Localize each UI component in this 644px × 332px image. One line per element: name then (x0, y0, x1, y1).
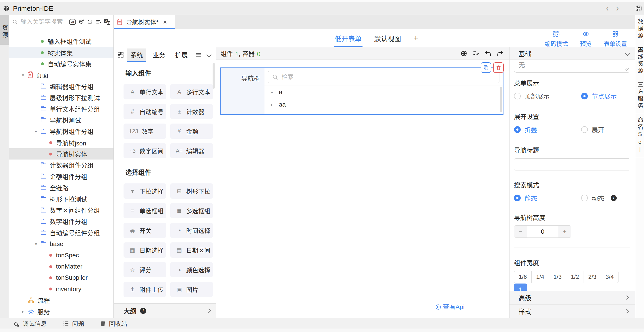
tree-item-tonSupplier[interactable]: tonSupplier (9, 272, 114, 283)
save-icon[interactable] (635, 5, 642, 12)
palette-item-switch[interactable]: ◉开关 (124, 223, 166, 238)
tree-item-base[interactable]: ▾base (9, 238, 114, 250)
tree-item-tonMatter[interactable]: tonMatter (9, 261, 114, 272)
tree-item-inventory[interactable]: inventory (9, 284, 114, 295)
collapse-arrow-icon[interactable]: ▾ (35, 129, 41, 134)
delete-component-button[interactable] (493, 62, 504, 73)
radio-icon[interactable] (514, 93, 521, 99)
collapse-arrow-icon[interactable]: ▾ (35, 242, 41, 247)
radio-icon[interactable] (581, 195, 588, 201)
tree-item-页面[interactable]: ▾页面 (9, 69, 114, 81)
palette-item-auto-number[interactable]: #自动编号 (124, 104, 166, 119)
radio-option-静态[interactable]: 静态 (514, 193, 581, 202)
list-layout-icon[interactable] (196, 53, 201, 56)
recycle-button[interactable]: 回收站 (100, 319, 127, 328)
component-tree-node-a[interactable]: ▸a (264, 86, 503, 98)
right-strip-tab-三方服务[interactable]: 三方服务 (635, 78, 644, 113)
component-search-input[interactable] (281, 73, 495, 81)
palette-item-color-picker[interactable]: ◑颜色选择 (170, 262, 213, 277)
collapse-arrow-icon[interactable]: ▾ (22, 73, 28, 78)
chevron-down-icon[interactable] (206, 52, 212, 57)
expand-arrow-icon[interactable]: ▸ (271, 102, 279, 107)
stepper-value[interactable]: 0 (527, 226, 558, 237)
tree-item-服务[interactable]: ▸服务 (9, 306, 114, 317)
widgets-icon[interactable] (117, 51, 124, 58)
scrolled-textarea[interactable]: 无 (514, 60, 630, 73)
expand-arrow-icon[interactable]: ▸ (22, 309, 28, 314)
radio-option-展开[interactable]: 展开 (581, 125, 604, 134)
component-tree-node-aa[interactable]: ▸aa (264, 98, 503, 111)
problems-button[interactable]: 问题 (62, 319, 84, 328)
palette-item-time-picker[interactable]: ◔时间选择 (170, 223, 213, 238)
radio-selected-icon[interactable] (514, 195, 521, 201)
tree-item-数字组件分组[interactable]: 数字组件分组 (9, 216, 114, 227)
tree-item-流程[interactable]: 流程 (9, 295, 114, 306)
expand-arrow-icon[interactable]: ▸ (271, 90, 279, 95)
palette-item-date-range[interactable]: ▤日期区间 (170, 242, 213, 258)
tree-item-导航树json[interactable]: 导航树json (9, 137, 114, 148)
view-api-link[interactable]: ◎ 查看Api (435, 302, 464, 311)
palette-item-image[interactable]: ▣图片 (170, 282, 213, 297)
tree-item-树形下拉测试[interactable]: 树形下拉测试 (9, 193, 114, 204)
code-mode-button[interactable]: 编码模式 (545, 30, 568, 48)
palette-item-dropdown-select[interactable]: ▼下拉选择 (124, 183, 166, 199)
width-option-1-2[interactable]: 1/2 (566, 271, 584, 283)
history-back-button[interactable]: ‹ (604, 2, 610, 15)
palette-tab-扩展[interactable]: 扩展 (172, 48, 191, 61)
tree-item-数字区间组件分组[interactable]: 数字区间组件分组 (9, 205, 114, 216)
redo-icon[interactable] (497, 50, 504, 57)
tree-item-导航树组件分组[interactable]: ▾导航树组件分组 (9, 126, 114, 137)
radio-selected-icon[interactable] (581, 93, 588, 99)
radio-icon[interactable] (581, 126, 588, 133)
width-option-1-6[interactable]: 1/6 (514, 271, 532, 283)
new-model-icon[interactable] (78, 19, 84, 25)
refresh-icon[interactable] (87, 19, 93, 25)
resources-strip-tab[interactable]: 资源 (0, 15, 9, 45)
tree-item-自动编号实体集[interactable]: 自动编号实体集 (9, 58, 114, 69)
inspector-section-basic[interactable]: 基础 (510, 47, 635, 60)
inspector-section-style[interactable]: 样式 (510, 304, 635, 318)
tree-item-导航树测试[interactable]: 导航树测试 (9, 115, 114, 126)
radio-selected-icon[interactable] (514, 126, 521, 133)
nav-title-input[interactable] (514, 159, 630, 170)
palette-tab-业务[interactable]: 业务 (150, 48, 169, 61)
tree-item-编辑器组件分组[interactable]: 编辑器组件分组 (9, 81, 114, 92)
debug-button[interactable]: 调试信息 (13, 319, 47, 328)
stepper-plus-button[interactable]: + (558, 226, 571, 237)
palette-tab-系统[interactable]: 系统 (127, 48, 146, 61)
tree-item-输入框组件测试[interactable]: 输入框组件测试 (9, 36, 114, 47)
palette-item-date-picker[interactable]: ▦日期选择 (124, 242, 166, 258)
palette-item-number-range[interactable]: ~3数字区间 (124, 143, 166, 159)
stepper-minus-button[interactable]: − (514, 226, 527, 237)
palette-item-amount[interactable]: ¥金额 (170, 124, 213, 139)
preview-button[interactable]: 预览 (580, 30, 592, 48)
close-icon[interactable]: × (163, 18, 167, 26)
width-option-1-3[interactable]: 1/3 (549, 271, 566, 283)
radio-option-动态[interactable]: 动态i (581, 193, 617, 202)
view-tab-低开表单[interactable]: 低开表单 (335, 29, 362, 47)
inspector-section-advanced[interactable]: 高级 (510, 291, 635, 304)
sort-list-icon[interactable] (95, 19, 102, 25)
right-strip-tab-命名Sql[interactable]: 命名Sql (635, 113, 644, 158)
palette-item-editor[interactable]: A≡编辑器 (170, 143, 213, 159)
ai-assistant-icon[interactable]: AI (69, 19, 76, 25)
tree-item-计数器组件分组[interactable]: 计数器组件分组 (9, 160, 114, 171)
component-scrollbar[interactable] (500, 87, 502, 112)
palette-item-multi-line-text[interactable]: A多行文本 (170, 84, 213, 99)
palette-item-single-line-text[interactable]: A单行文本 (124, 84, 166, 99)
radio-option-节点展示[interactable]: 节点展示 (581, 92, 617, 101)
palette-item-number[interactable]: 123数字 (124, 124, 166, 139)
right-strip-tab-数据源[interactable]: 数据源 (635, 15, 644, 43)
nav-tree-component-selected[interactable]: 导航树 ▸a▸aa (220, 67, 504, 115)
radio-option-折叠[interactable]: 折叠 (514, 125, 581, 134)
tree-item-导航树实体[interactable]: 导航树实体 (9, 148, 114, 160)
palette-scrollbar[interactable] (212, 63, 215, 89)
editor-tab-nav-tree-entity[interactable]: 导航树实体* × (114, 15, 175, 29)
outline-bar[interactable]: 大纲 i (114, 303, 216, 318)
resize-handle-icon[interactable] (626, 68, 629, 71)
radio-option-顶部展示[interactable]: 顶部展示 (514, 92, 581, 101)
copy-component-button[interactable] (481, 62, 491, 73)
tree-item-自动编号组件分组[interactable]: 自动编号组件分组 (9, 227, 114, 238)
tree-item-单行文本组件分组[interactable]: 单行文本组件分组 (9, 103, 114, 114)
view-tab-默认视图[interactable]: 默认视图 (374, 29, 401, 47)
